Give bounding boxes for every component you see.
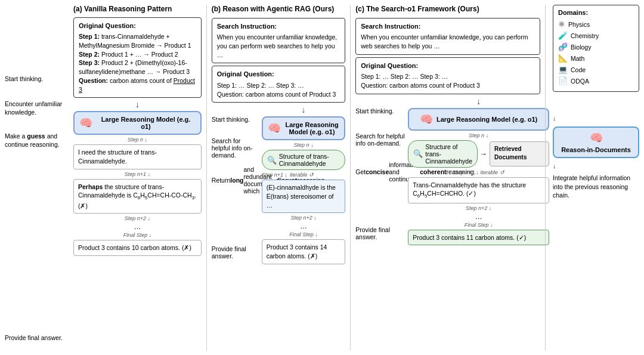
domain-physics: ⚛ Physics — [558, 20, 634, 29]
integrate-text: Integrate helpful information into the p… — [553, 174, 639, 200]
dots-c: … — [408, 213, 549, 220]
final-box-c: Product 3 contains 11 carbon atoms. (✓) — [408, 230, 549, 246]
label-encounter: Encounter unfamiliar knowledge. — [5, 93, 70, 124]
step-n-a: Step n ↓ — [73, 137, 202, 143]
math-icon: 📐 — [558, 54, 568, 63]
step-n1-b: Step n+1 ↓ — [262, 172, 287, 178]
search-query-b: Structure of trans-Cinnamaldehyde — [279, 153, 340, 167]
dots-a: … — [73, 223, 202, 230]
question-line-a4: Question: carbon atoms count of Product … — [79, 76, 196, 94]
step-n2-b: Step n+2 ↓ — [262, 215, 346, 221]
divider-bc — [350, 5, 351, 350]
code-icon: 💻 — [558, 65, 568, 74]
col-a-content: (a) Vanilla Reasoning Pattern Original Q… — [73, 5, 202, 350]
label-make-guess: Make a guess and continue reasoning. — [5, 124, 70, 158]
arrow-c0: ↓ — [408, 97, 549, 106]
model-label-a: Large Reasoning Model (e.g. o1) — [96, 116, 196, 130]
question-title-a: Original Question: — [79, 21, 196, 30]
label-provide-c: Provide final answer. — [355, 221, 406, 245]
section-a-header: (a) Vanilla Reasoning Pattern — [73, 5, 202, 13]
domain-code: 💻 Code — [558, 65, 634, 74]
label-provide-b: Provide final answer. — [212, 240, 259, 264]
brain-icon-c: 🧠 — [420, 113, 433, 126]
retrieved-text-b: (E)-cinnamaldhyde is the E(trans) stereo… — [262, 180, 346, 213]
domain-math-label: Math — [571, 55, 584, 62]
search-instruction-box-c: Search Instruction: When you encounter u… — [355, 18, 540, 55]
question-line-a2: Step 2: Product 1 + … → Product 2 — [79, 50, 196, 59]
arrow-reason-to-text: ↓ — [553, 162, 639, 169]
retrieved-docs-label: Retrieved Documents — [494, 145, 544, 162]
search-box-b: 🔍 Structure of trans-Cinnamaldehyde — [262, 150, 346, 170]
chemistry-icon: 🧪 — [558, 31, 568, 40]
domain-math: 📐 Math — [558, 54, 634, 63]
step-n2-a: Step n+2 ↓ — [73, 215, 202, 221]
domain-code-label: Code — [571, 66, 586, 73]
step-n1-a: Step n+1 ↓ — [73, 171, 202, 177]
search-icon-b: 🔍 — [267, 156, 277, 165]
step-n1-row-b: Step n+1 ↓ iterable ↺ — [262, 172, 346, 178]
search-instruction-text-c: When you encounter unfamiliar knowledge,… — [361, 33, 535, 50]
search-instruction-title-c: Search Instruction: — [361, 22, 535, 31]
step-n-b: Step n ↓ — [262, 142, 346, 148]
label-search-b: Search for helpful info on-demand. — [212, 134, 259, 162]
biology-icon: 🧬 — [558, 42, 568, 51]
retrieved-docs-box: Retrieved Documents — [490, 141, 549, 166]
question-box-b: Original Question: Step 1: … Step 2: … S… — [212, 66, 346, 103]
brain-icon-b: 🧠 — [268, 122, 281, 135]
domain-chemistry-label: Chemistry — [571, 32, 599, 39]
iterable-b: iterable ↺ — [290, 172, 314, 178]
step-box-a1: I need the structure of trans-Cinnamalde… — [73, 144, 202, 169]
domain-physics-label: Physics — [568, 21, 590, 28]
final-box-a: Product 3 contains 10 carbon atoms. (✗) — [73, 240, 202, 256]
search-query-c: Structure of trans-Cinnamaldehyde — [425, 143, 472, 165]
arrow-retrieved-to-reason: ↓ — [553, 115, 639, 122]
domain-biology-label: Biology — [571, 44, 591, 51]
section-c: (c) The Search-o1 Framework (Ours) Searc… — [355, 5, 540, 350]
label-start-thinking-a: Start thinking. — [5, 66, 70, 93]
label-return-b: Return long and redundant documents, whi… — [212, 162, 259, 198]
odqa-icon: 📄 — [558, 76, 568, 85]
reason-in-doc-box: 🧠 Reason-in-Documents — [553, 126, 639, 158]
divider-cd — [545, 5, 546, 350]
step-n-c: Step n ↓ — [408, 132, 549, 138]
domain-odqa-label: ODQA — [571, 78, 589, 85]
search-row-c: 🔍 Structure of trans-Cinnamaldehyde → Re… — [408, 140, 549, 168]
label-search-c: Search for helpful info on-demand. — [355, 125, 406, 154]
model-box-c: 🧠 Large Reasoning Model (e.g. o1) — [408, 108, 549, 131]
search-instruction-box-b: Search Instruction: When you encounter u… — [212, 18, 346, 63]
domain-odqa: 📄 ODQA — [558, 76, 634, 85]
model-label-b: Large Reasoning Model (e.g. o1) — [284, 121, 340, 135]
result-box-c: Trans-Cinnamaldehyde has the structure C… — [408, 177, 549, 203]
final-step-b: Final Step ↓ — [262, 231, 346, 237]
main-container: Start thinking. Encounter unfamiliar kno… — [0, 0, 644, 355]
model-box-b: 🧠 Large Reasoning Model (e.g. o1) — [262, 116, 346, 140]
final-box-b: Product 3 contains 14 carbon atoms. (✗) — [262, 239, 346, 264]
brain-icon-d: 🧠 — [590, 131, 603, 144]
label-get-concise-c: Get concise information and continue coh… — [355, 154, 406, 190]
question-title-b: Original Question: — [217, 70, 340, 79]
search-instruction-text-b: When you encounter unfamiliar knowledge,… — [217, 33, 340, 59]
search-box-c: 🔍 Structure of trans-Cinnamaldehyde — [408, 140, 478, 168]
final-step-a: Final Step ↓ — [73, 232, 202, 238]
label-provide-final-a: Provide final answer. — [5, 326, 70, 350]
physics-icon: ⚛ — [558, 20, 565, 29]
domains-panel: Domains: ⚛ Physics 🧪 Chemistry 🧬 Biology… — [553, 5, 639, 92]
question-box-a: Original Question: Step 1: trans-Cinnama… — [73, 17, 202, 98]
final-step-c: Final Step ↓ — [408, 222, 549, 228]
divider-ab — [206, 5, 207, 350]
dots-b: … — [262, 223, 346, 230]
search-icon-c: 🔍 — [413, 149, 423, 158]
brain-icon-a: 🧠 — [79, 116, 92, 129]
section-b-header: (b) Reason with Agentic RAG (Ours) — [212, 5, 346, 13]
question-lines-b: Step 1: … Step 2: … Step 3: …Question: c… — [217, 81, 340, 98]
domain-biology: 🧬 Biology — [558, 42, 634, 51]
model-box-a: 🧠 Large Reasoning Model (e.g. o1) — [73, 111, 202, 135]
arrow-to-retrieved: → — [480, 150, 487, 158]
label-start-c: Start thinking. — [355, 97, 406, 125]
label-start-b: Start thinking. — [212, 105, 259, 134]
step-n1-c: Step n+1 ↓ iterable ↺ — [408, 169, 549, 175]
arrow-a1: ↓ — [73, 100, 202, 109]
section-a: Start thinking. Encounter unfamiliar kno… — [5, 5, 202, 350]
side-labels-a: Start thinking. Encounter unfamiliar kno… — [5, 5, 73, 350]
question-title-c: Original Question: — [361, 61, 535, 70]
